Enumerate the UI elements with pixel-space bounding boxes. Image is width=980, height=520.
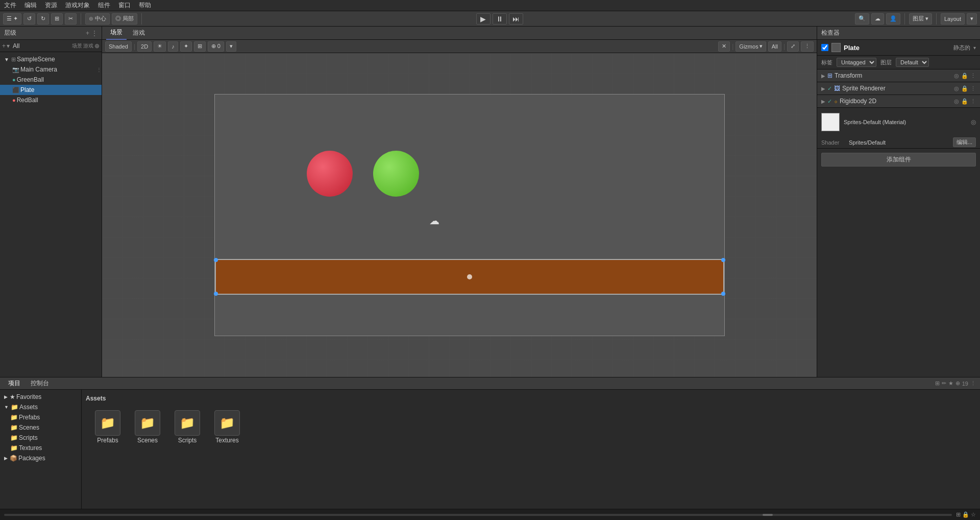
asset-textures[interactable]: 📁 Textures — [209, 410, 245, 444]
asset-prefabs[interactable]: 📁 Prefabs — [90, 410, 126, 444]
rb-eyedrop-icon[interactable]: ◎ — [954, 98, 959, 105]
menu-gameobject[interactable]: 游戏对象 — [65, 1, 90, 10]
toolbar-btn-global[interactable]: ◎ 局部 — [112, 13, 137, 25]
menu-edit[interactable]: 编辑 — [24, 1, 37, 10]
fx-btn[interactable]: ✦ — [180, 41, 192, 52]
rigidbody2d-header[interactable]: ▶ ✓ ⬦ Rigidbody 2D ◎ 🔒 ⋮ — [817, 95, 980, 107]
tree-prefabs[interactable]: 📁 Prefabs — [2, 412, 79, 422]
prefabs-icon: 📁 — [10, 414, 18, 421]
toolbar-right: 🔍 ☁ 👤 图层 ▾ Layout ▾ — [855, 13, 977, 25]
add-component-btn[interactable]: 添加组件 — [821, 153, 976, 167]
layout-arrow[interactable]: ▾ — [967, 13, 977, 25]
step-button[interactable]: ⏭ — [509, 13, 523, 25]
scripts-icon: 📁 — [10, 434, 18, 441]
grid-btn[interactable]: ⊞ — [194, 41, 206, 52]
transform-header[interactable]: ▶ ⊞ Transform ◎ 🔒 ⋮ — [817, 69, 980, 82]
menu-component[interactable]: 组件 — [98, 1, 110, 10]
menu-window[interactable]: 窗口 — [118, 1, 131, 10]
hierarchy-scene[interactable]: ▼ ⊞ SampleScene — [0, 54, 102, 64]
hierarchy-header: 层级 + ⋮ — [0, 27, 102, 40]
search-button[interactable]: 🔍 — [855, 13, 869, 25]
hierarchy-toolbar: + ▾ All 场景 游戏 ⊕ — [0, 40, 102, 52]
cloud-button[interactable]: ☁ — [871, 13, 884, 25]
bottom-icon-3[interactable]: ★ — [948, 380, 953, 387]
bottom-icon-2[interactable]: ✏ — [942, 380, 946, 387]
tree-scripts[interactable]: 📁 Scripts — [2, 433, 79, 443]
scrollbar-thumb[interactable] — [763, 514, 773, 516]
shaded-btn[interactable]: Shaded — [105, 41, 132, 52]
menu-file[interactable]: 文件 — [4, 1, 16, 10]
hierarchy-item-redball[interactable]: ● RedBall — [0, 95, 102, 105]
gizmos-btn[interactable]: Gizmos ▾ — [736, 41, 766, 52]
inspector-title: 检查器 — [821, 29, 840, 37]
bottom-icon-1[interactable]: ⊞ — [935, 380, 940, 387]
handle-tl[interactable] — [214, 258, 218, 262]
vt-sep1: | — [134, 43, 135, 50]
sprite-lock-icon[interactable]: 🔒 — [961, 85, 968, 92]
toolbar-btn-scissors[interactable]: ✂ — [65, 13, 77, 25]
fullscreen-btn[interactable]: ⤢ — [787, 41, 799, 52]
textures-label: Textures — [19, 444, 42, 452]
move-btn[interactable]: ⊕ 0 — [208, 41, 224, 52]
scrollbar-track[interactable] — [4, 514, 952, 516]
tag-select[interactable]: Untagged — [837, 58, 876, 67]
menu-help[interactable]: 帮助 — [139, 1, 151, 10]
viewport[interactable]: ☁ — [102, 53, 817, 377]
rb-lock-icon[interactable]: 🔒 — [961, 98, 968, 105]
toolbar-btn-move[interactable]: ⊞ — [51, 13, 63, 25]
2d-btn[interactable]: 2D — [137, 41, 152, 52]
static-arrow[interactable]: ▾ — [973, 45, 976, 51]
layout-button[interactable]: Layout — [941, 13, 965, 25]
light-btn[interactable]: ☀ — [154, 41, 166, 52]
layer-select[interactable]: Default — [896, 58, 929, 67]
sprite-more-icon[interactable]: ⋮ — [970, 85, 976, 92]
rb-more-icon[interactable]: ⋮ — [970, 98, 976, 105]
tab-game[interactable]: 游戏 — [129, 27, 149, 40]
tab-project[interactable]: 项目 — [4, 377, 24, 390]
sound-btn[interactable]: ♪ — [168, 41, 178, 52]
hierarchy-all[interactable]: All — [13, 42, 19, 50]
tree-favorites[interactable]: ▶ ★ Favorites — [2, 392, 79, 402]
sprite-renderer-header[interactable]: ▶ ✓ 🖼 Sprite Renderer ◎ 🔒 ⋮ — [817, 82, 980, 94]
lock-icon[interactable]: 🔒 — [961, 73, 968, 79]
hierarchy-add[interactable]: + — [2, 42, 6, 50]
toolbar-btn-3[interactable]: ↻ — [37, 13, 49, 25]
layers-button[interactable]: 图层 ▾ — [909, 13, 932, 25]
material-preview[interactable] — [821, 113, 840, 131]
tab-console[interactable]: 控制台 — [27, 377, 53, 390]
account-button[interactable]: 👤 — [886, 13, 900, 25]
hierarchy-item-greenball[interactable]: ● GreenBall — [0, 75, 102, 85]
bottom-icon-5[interactable]: ⋮ — [970, 380, 976, 387]
tab-scene[interactable]: 场景 — [106, 27, 127, 40]
pause-button[interactable]: ⏸ — [493, 13, 507, 25]
hierarchy-item-plate[interactable]: ⬛ Plate — [0, 85, 102, 95]
menu-assets[interactable]: 资源 — [45, 1, 57, 10]
close-vt[interactable]: ✕ — [718, 41, 730, 52]
inspector-obj-name: Plate — [844, 44, 860, 52]
handle-bl[interactable] — [214, 292, 218, 296]
material-circle-icon[interactable]: ◎ — [971, 119, 976, 126]
toolbar-btn-1[interactable]: ☰ ✦ — [3, 13, 21, 25]
tree-textures[interactable]: 📁 Textures — [2, 443, 79, 453]
tree-scenes[interactable]: 📁 Scenes — [2, 422, 79, 433]
bottom-content: ▶ ★ Favorites ▼ 📁 Assets 📁 Prefabs 📁 Sce… — [0, 390, 980, 509]
tree-assets[interactable]: ▼ 📁 Assets — [2, 402, 79, 412]
obj-active-checkbox[interactable] — [821, 44, 828, 51]
more-btn[interactable]: ▾ — [226, 41, 236, 52]
hierarchy-item-maincamera[interactable]: 📷 Main Camera ⋮ — [0, 64, 102, 75]
toolbar-btn-2[interactable]: ↺ — [23, 13, 35, 25]
handle-br[interactable] — [721, 292, 725, 296]
shader-edit-btn[interactable]: 编辑... — [953, 137, 976, 147]
toolbar-btn-center[interactable]: ⊙ 中心 — [85, 13, 110, 25]
scripts-folder-icon: 📁 — [175, 410, 200, 436]
asset-scripts[interactable]: 📁 Scripts — [169, 410, 205, 444]
eyedrop-icon[interactable]: ◎ — [954, 73, 959, 79]
asset-scenes[interactable]: 📁 Scenes — [130, 410, 165, 444]
all-btn[interactable]: All — [768, 41, 781, 52]
handle-tr[interactable] — [721, 258, 725, 262]
play-button[interactable]: ▶ — [476, 13, 491, 25]
sprite-eyedrop-icon[interactable]: ◎ — [954, 85, 959, 92]
more-dots-icon[interactable]: ⋮ — [970, 73, 976, 79]
tree-packages[interactable]: ▶ 📦 Packages — [2, 453, 79, 463]
settings-btn[interactable]: ⋮ — [801, 41, 814, 52]
